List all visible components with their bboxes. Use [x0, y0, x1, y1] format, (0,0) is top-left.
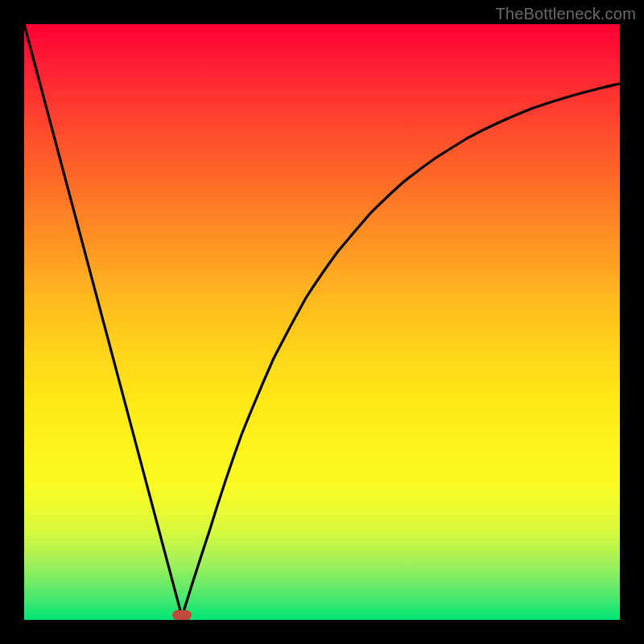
- curve-left-branch: [24, 24, 182, 617]
- chart-frame: TheBottleneck.com: [0, 0, 644, 644]
- curve-right-branch: [182, 84, 620, 617]
- bottleneck-curve: [24, 24, 620, 620]
- watermark-text: TheBottleneck.com: [495, 5, 636, 23]
- min-marker: [172, 610, 192, 620]
- plot-area: [24, 24, 620, 620]
